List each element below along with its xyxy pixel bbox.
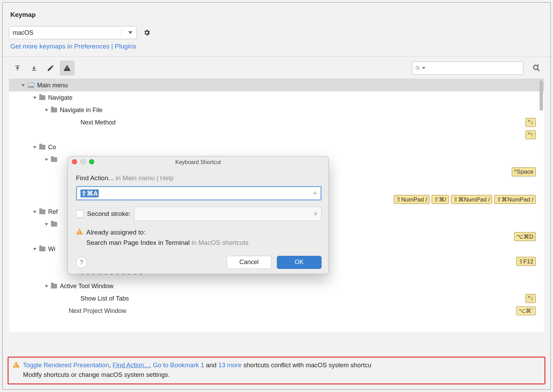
page-title: Keymap [10,11,544,19]
shortcut-badge: ^↓ [525,294,536,303]
second-stroke-label: Second stroke: [87,210,131,218]
svg-point-0 [416,66,419,69]
conflict-link[interactable]: Toggle Rendered Presentation [23,361,109,369]
keyboard-shortcut-dialog: Keyboard Shortcut Find Action... in Main… [67,156,329,274]
shortcut-badge: ⇧NumPad / [394,195,430,204]
cancel-button[interactable]: Cancel [227,256,271,269]
chevron-down-icon [45,285,48,287]
conflict-more-link[interactable]: 13 more [218,361,242,369]
keymap-select[interactable]: macOS [9,26,137,39]
second-stroke-input[interactable]: + [134,207,322,221]
tree-label: Navigate [48,94,73,101]
chevron-down-icon [45,159,48,161]
tree-label: Main menu [37,82,68,89]
shortcut-badge: ^↑ [525,130,536,139]
collapse-all-icon[interactable] [27,61,41,75]
conflict-banner: Toggle Rendered Presentation, Find Actio… [8,357,545,384]
main-menu-icon [28,83,34,88]
tree-label: Navigate in File [60,107,102,114]
tree-row[interactable]: ^↑ [9,129,544,141]
assigned-source: in MacOS shortcuts [192,239,249,246]
shortcut-badge: ⌥⌘` [516,306,536,315]
chevron-down-icon [33,97,36,99]
shortcut-badge: ⇧⌘NumPad / [494,195,536,204]
gear-icon[interactable] [142,28,151,37]
assigned-action: Search man Page Index in Terminal [86,239,190,246]
dialog-action-name: Find Action... [76,174,114,182]
folder-icon [51,108,57,112]
conflict-link-find-action[interactable]: Find Action... [112,361,149,369]
chevron-down-icon [128,31,132,34]
warning-icon [13,361,20,368]
tree-row-navigate[interactable]: Navigate [9,91,544,104]
shortcut-badge: ⇧⌘NumPad / [451,195,492,204]
keymap-toolbar [9,61,544,79]
conflicts-icon[interactable] [60,61,74,75]
search-icon [415,65,421,71]
folder-icon [51,284,57,288]
tree-row-show-list-tabs[interactable]: Show List of Tabs ^↓ [9,292,544,305]
find-by-shortcut-icon[interactable] [530,62,543,74]
search-input-field[interactable] [427,65,520,72]
tree-row-navigate-in-file[interactable]: Navigate in File [9,104,544,116]
scrollbar-thumb[interactable] [540,80,543,111]
dialog-titlebar[interactable]: Keyboard Shortcut [68,156,328,168]
plus-icon[interactable]: + [313,189,317,198]
edit-icon[interactable] [43,61,58,75]
close-icon[interactable] [72,159,77,164]
tree-label: Wi [48,246,55,253]
help-button[interactable]: ? [76,257,87,268]
tree-label: Co [48,144,56,151]
tree-label: Active Tool Window [60,283,113,290]
minimize-icon [80,159,86,164]
tree-row[interactable]: Co [9,141,544,153]
conflict-link[interactable]: Go to Bookmark 1 [153,361,204,369]
chevron-down-icon [33,146,36,149]
dialog-title: Keyboard Shortcut [175,159,221,165]
folder-icon [39,247,45,251]
dialog-action-path: in Main menu | Help [116,174,174,182]
warning-icon [76,228,83,235]
chevron-down-icon [45,223,48,226]
folder-icon [51,157,57,162]
tree-row-active-tool-window[interactable]: Active Tool Window [9,280,544,292]
chevron-down-icon [422,67,425,69]
ok-button[interactable]: OK [277,256,322,269]
assigned-heading: Already assigned to: [86,227,249,238]
tree-label: Show List of Tabs [80,295,129,302]
first-stroke-value: ⇧⌘A [80,189,99,197]
conflict-hint: Modify shortcuts or change macOS system … [23,370,541,380]
tree-row-next-method[interactable]: Next Method ^↓ [9,116,544,129]
zoom-icon[interactable] [89,159,94,164]
tree-label: Next Project Window [69,307,126,315]
shortcut-badge: ⇧F12 [516,257,536,266]
shortcut-badge: ⌥⌘D [514,232,536,241]
more-keymaps-link[interactable]: Get more keymaps in Preferences | Plugin… [10,43,544,50]
section-divider [3,56,550,57]
chevron-down-icon [45,109,48,111]
second-stroke-checkbox[interactable] [76,210,84,218]
tree-label: Ref [48,208,58,216]
expand-all-icon[interactable] [10,61,25,75]
folder-icon [51,222,57,227]
chevron-down-icon [21,84,25,87]
tree-row-next-project-window[interactable]: Next Project Window ⌥⌘` [9,305,544,317]
folder-icon [39,209,45,214]
folder-icon [39,145,45,150]
tree-label: Next Method [80,119,116,126]
tree-row-main-menu[interactable]: Main menu [9,79,544,91]
search-input[interactable] [412,62,523,75]
shortcut-badge: ⇧⌘/ [432,195,449,204]
folder-icon [39,95,45,100]
plus-icon[interactable]: + [313,209,318,218]
chevron-down-icon [33,211,36,213]
shortcut-badge: ^↓ [525,118,536,127]
chevron-down-icon [33,248,36,250]
first-stroke-input[interactable]: ⇧⌘A + [76,186,322,200]
shortcut-badge: ^Space [512,167,536,176]
keymap-select-value: macOS [13,29,33,36]
